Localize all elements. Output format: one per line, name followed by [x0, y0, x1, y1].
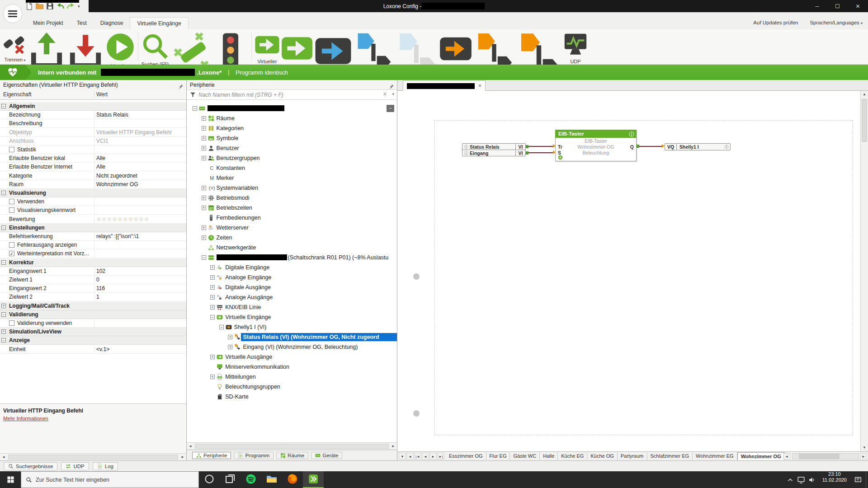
expand-icon[interactable]: +	[210, 275, 215, 280]
tree-item--schaltschrank-r01-p01-8-ausla[interactable]: −(Schaltschrank R01 P01) (~8% Auslastu	[187, 253, 397, 262]
open-folder-icon[interactable]	[35, 2, 44, 10]
virtual-input-block-eingang[interactable]: Eingang VI	[462, 150, 526, 156]
filter-clear-icon[interactable]: ✕	[383, 91, 387, 97]
expand-icon[interactable]: +	[202, 146, 206, 150]
collapse-icon[interactable]: −	[1, 191, 6, 195]
expand-icon[interactable]: +	[228, 345, 232, 349]
page-nav-button[interactable]: ◄	[406, 453, 414, 460]
tree-item-miniserverkommunikation[interactable]: Miniserverkommunikation	[187, 362, 397, 371]
property-row[interactable]: Verwenden	[0, 197, 186, 206]
tree-item-mitteilungen[interactable]: +LOGMitteilungen	[187, 372, 397, 381]
property-section-simulation-liveview[interactable]: +Simulation/LiveView	[0, 328, 186, 336]
drawing-area[interactable]: Status Relais VI Eingang VI EIB-Taster E…	[397, 91, 860, 451]
property-row[interactable]: Validierung verwenden	[0, 319, 186, 328]
expand-icon[interactable]: +	[210, 375, 215, 379]
maximize-button[interactable]: ☐	[827, 0, 848, 12]
close-button[interactable]: ✕	[848, 0, 868, 12]
virtual-input-block-status-relais[interactable]: Status Relais VI	[462, 143, 526, 150]
wire[interactable]	[528, 152, 553, 153]
scroll-left-icon[interactable]: ◄	[0, 454, 7, 460]
tool-window-tab-log[interactable]: Log	[93, 462, 118, 470]
scroll-right-icon[interactable]: ►	[179, 454, 186, 460]
property-section-korrektur[interactable]: −Korrektur	[0, 258, 186, 267]
property-row[interactable]: Statistik	[0, 145, 186, 154]
panel-tab-programm[interactable]: Programm	[234, 452, 274, 459]
property-section-allgemein[interactable]: −Allgemein	[0, 102, 186, 111]
tree-item-netzwerkgeräte[interactable]: Netzwerkgeräte	[187, 243, 397, 252]
save-icon[interactable]	[46, 2, 54, 10]
property-row[interactable]: Beschreibung	[0, 119, 186, 128]
tree-item-benutzer[interactable]: +Benutzer	[187, 144, 397, 153]
collapse-icon[interactable]: −	[202, 255, 206, 260]
page-nav-button[interactable]: ▼	[399, 453, 406, 460]
expand-icon[interactable]: +	[202, 196, 206, 200]
property-value[interactable]: Nicht zugeordnet	[96, 173, 137, 179]
add-input-icon[interactable]	[558, 155, 563, 160]
scroll-left-icon[interactable]: ◄	[187, 443, 194, 450]
page-nav-button[interactable]: ◄	[422, 453, 429, 460]
room-page-tab-flur-eg[interactable]: Flur EG	[486, 452, 510, 460]
scrollbar-thumb[interactable]	[195, 444, 389, 449]
ribbon-button-udp-monitor[interactable]: UDP Monitor	[562, 29, 589, 70]
tree-item-knx-eib-linie[interactable]: +KNX/EIB Linie	[187, 303, 397, 312]
property-row[interactable]: Eingangswert 2116	[0, 284, 186, 293]
tree-item-digitale-ausgänge[interactable]: +Digitale Ausgänge	[187, 283, 397, 292]
property-section-validierung[interactable]: −Validierung	[0, 310, 186, 319]
input-connector[interactable]	[553, 144, 556, 148]
taskbar-app-spotify[interactable]	[241, 471, 261, 488]
collapse-icon[interactable]: −	[1, 260, 6, 265]
property-value[interactable]: 1	[96, 294, 99, 300]
collapse-icon[interactable]: −	[1, 312, 6, 317]
chevron-down-icon[interactable]: ▾	[77, 4, 80, 9]
scroll-right-icon[interactable]: ►	[390, 443, 397, 450]
tree-item-sd-karte[interactable]: SD-Karte	[187, 392, 397, 401]
properties-hscrollbar[interactable]: ◄ ►	[0, 453, 186, 460]
room-page-tab-wohnzimmer-og[interactable]: Wohnzimmer OG	[737, 452, 785, 460]
input-connector[interactable]	[553, 150, 556, 154]
tray-volume-icon[interactable]	[808, 476, 816, 484]
new-file-icon[interactable]	[25, 2, 33, 10]
tree-item-virtuelle-eingänge[interactable]: −Virtuelle Eingänge	[187, 313, 397, 322]
scrollbar-thumb[interactable]	[8, 455, 178, 460]
close-icon[interactable]: ×	[478, 83, 481, 89]
tray-lan-icon[interactable]	[797, 476, 805, 484]
ribbon-button-trennen[interactable]: Trennen ▾	[3, 29, 27, 63]
tree-item-konstanten[interactable]: CKonstanten	[187, 164, 397, 173]
property-value[interactable]: 116	[96, 285, 105, 291]
tree-item-fernbedienungen[interactable]: Fernbedienungen	[187, 213, 397, 222]
scroll-up-icon[interactable]: ▲	[861, 91, 868, 98]
more-information-link[interactable]: Mehr Informationen	[3, 416, 48, 421]
property-section-anzeige[interactable]: −Anzeige	[0, 336, 186, 345]
tree-item-systemvariablen[interactable]: +(×)Systemvariablen	[187, 183, 397, 192]
tree-item-betriebszeiten[interactable]: +Betriebszeiten	[187, 203, 397, 212]
property-row[interactable]: BezeichnungStatus Relais	[0, 111, 186, 119]
property-row[interactable]: Visualisierungskennwort	[0, 206, 186, 215]
panel-tab-geräte[interactable]: Geräte	[311, 452, 342, 459]
main-menu-button[interactable]	[3, 4, 22, 23]
expand-icon[interactable]: +	[210, 305, 215, 310]
property-value[interactable]: <v.1>	[96, 346, 109, 352]
page-nav-button[interactable]: ►	[429, 453, 437, 460]
info-icon[interactable]	[464, 151, 468, 155]
collapse-icon[interactable]: −	[1, 338, 6, 343]
tree-item-zeiten[interactable]: +Zeiten	[187, 233, 397, 242]
checkbox[interactable]	[9, 147, 14, 152]
panel-tab-peripherie[interactable]: Peripherie	[192, 452, 231, 459]
taskbar-app-cortana[interactable]	[199, 471, 220, 488]
tree-item-virtuelle-ausgänge[interactable]: +Virtuelle Ausgänge	[187, 352, 397, 361]
menu-tab-mein-projekt[interactable]: Mein Projekt	[26, 17, 70, 29]
start-button[interactable]	[0, 471, 21, 488]
scroll-down-icon[interactable]: ▼	[861, 444, 868, 451]
expand-icon[interactable]: +	[202, 126, 206, 131]
tree-item-status-relais-vi-wohnzimmer-og[interactable]: +Status Relais (VI) (Wohnzimmer OG, Nich…	[187, 333, 397, 342]
expand-icon[interactable]: +	[1, 329, 6, 334]
tree-item-analoge-ausgänge[interactable]: +Analoge Ausgänge	[187, 293, 397, 302]
room-page-tab-küche-og[interactable]: Küche OG	[587, 452, 617, 460]
collapse-icon[interactable]: −	[193, 106, 197, 111]
ribbon-button-virtueller-eingang[interactable]: Virtueller Eingang	[254, 29, 280, 70]
expand-icon[interactable]: +	[202, 235, 206, 240]
menu-tab-diagnose[interactable]: Diagnose	[94, 17, 130, 29]
room-page-tab-esszimmer-og[interactable]: Esszimmer OG	[446, 452, 486, 460]
property-value[interactable]: relays" :[{"ison":\1	[96, 233, 139, 239]
property-row[interactable]: RaumWohnzimmer OG	[0, 180, 186, 189]
